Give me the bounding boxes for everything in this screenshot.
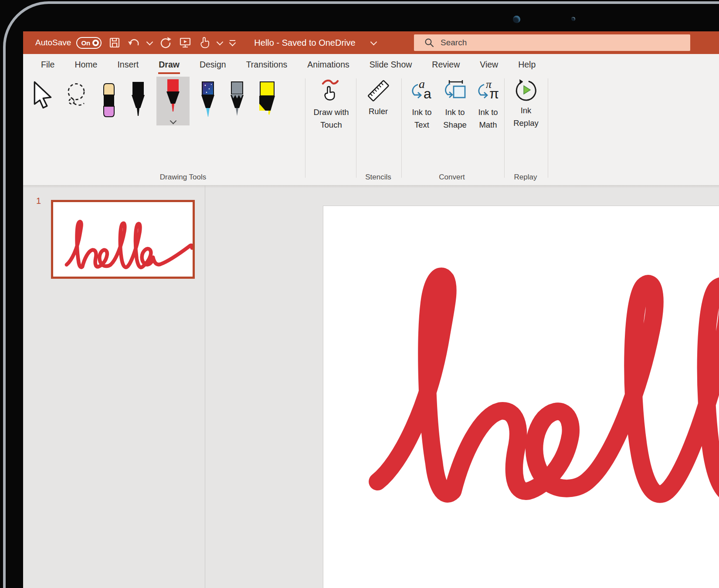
toggle-knob-icon: [92, 40, 99, 46]
workspace: 1: [23, 186, 719, 588]
device-photo: AutoSave On: [0, 0, 719, 588]
tab-draw[interactable]: Draw: [149, 54, 190, 75]
touch-mouse-mode-icon: [199, 37, 210, 49]
ink-to-math-button[interactable]: π π Ink to Math: [472, 78, 504, 131]
galaxy-pen-icon: [198, 81, 218, 123]
tab-animations[interactable]: Animations: [297, 54, 359, 75]
draw-with-touch-button[interactable]: Draw with Touch: [309, 78, 354, 131]
camera-icon: [513, 16, 520, 23]
slide-thumbnail[interactable]: [51, 200, 195, 279]
ink-to-text-label: Ink to Text: [408, 106, 436, 131]
eraser-icon: [99, 81, 119, 123]
autosave-control: AutoSave On: [35, 37, 102, 49]
lasso-select-icon: [64, 81, 90, 110]
tab-design[interactable]: Design: [190, 54, 236, 75]
eraser-tool-button[interactable]: [98, 79, 120, 125]
pencil-tool-button[interactable]: [226, 79, 248, 125]
tab-label: Help: [518, 60, 536, 70]
ruler-label: Ruler: [369, 105, 388, 118]
undo-button[interactable]: [128, 37, 140, 48]
autosave-label: AutoSave: [35, 38, 71, 47]
tab-view[interactable]: View: [470, 54, 508, 75]
lasso-select-button[interactable]: [63, 79, 91, 112]
ink-to-shape-button[interactable]: Ink to Shape: [439, 78, 471, 131]
pencil-icon: [227, 81, 247, 123]
group-separator: [305, 78, 305, 178]
ink-to-shape-label: Ink to Shape: [441, 106, 469, 131]
ribbon-tabs: File Home Insert Draw Design Transitions…: [23, 54, 719, 75]
black-pen-button[interactable]: [127, 79, 149, 125]
highlighter-tool-button[interactable]: [255, 79, 279, 125]
slide-thumbnail-preview: [53, 202, 193, 277]
tab-label: Animations: [307, 60, 349, 70]
select-tool-button[interactable]: [30, 79, 55, 112]
autosave-state: On: [81, 39, 90, 47]
tab-transitions[interactable]: Transitions: [236, 54, 298, 75]
title-dropdown-chevron-icon: [370, 38, 377, 45]
ruler-button[interactable]: Ruler: [357, 78, 399, 118]
replay-group-label: Replay: [514, 173, 537, 182]
redo-button[interactable]: [159, 37, 172, 49]
tab-label: Home: [75, 60, 97, 70]
ink-to-math-label: Ink to Math: [474, 106, 502, 131]
powerpoint-window: AutoSave On: [23, 31, 719, 588]
touch-mouse-mode-button[interactable]: [199, 37, 210, 49]
tab-label: Design: [200, 60, 226, 70]
search-input[interactable]: Search: [414, 34, 690, 51]
document-title: Hello - Saved to OneDrive: [254, 38, 355, 48]
touch-mode-dropdown-chevron-icon[interactable]: [217, 38, 224, 45]
tab-insert[interactable]: Insert: [107, 54, 149, 75]
tab-help[interactable]: Help: [508, 54, 546, 75]
tab-slide-show[interactable]: Slide Show: [360, 54, 422, 75]
slide-canvas[interactable]: [323, 206, 719, 588]
ink-replay-label: Ink Replay: [511, 104, 541, 129]
group-separator: [356, 78, 356, 178]
slide-thumbnails-panel: 1: [23, 186, 205, 588]
svg-text:a: a: [424, 86, 431, 101]
thumbnail-ink-hello: [64, 202, 193, 277]
red-pen-button-selected[interactable]: [156, 77, 190, 125]
pen-options-chevron-icon[interactable]: [170, 118, 176, 125]
tab-label: Slide Show: [370, 60, 412, 70]
search-placeholder: Search: [441, 38, 467, 47]
canvas-ink-hello: [363, 206, 719, 571]
tab-label: Review: [432, 60, 460, 70]
red-pen-icon: [163, 79, 183, 117]
drawing-tools-group: [30, 79, 279, 125]
highlighter-icon: [256, 81, 278, 123]
slide-number: 1: [36, 196, 41, 206]
tab-label: File: [41, 60, 54, 70]
tab-label: Insert: [117, 60, 139, 70]
document-title-area[interactable]: Hello - Saved to OneDrive: [224, 38, 407, 48]
select-cursor-icon: [31, 81, 54, 110]
group-separator: [548, 78, 548, 178]
galaxy-pen-button[interactable]: [197, 79, 219, 125]
group-separator: [401, 78, 402, 178]
black-pen-icon: [128, 81, 148, 123]
group-separator: [504, 78, 505, 178]
autosave-toggle[interactable]: On: [76, 37, 102, 49]
camera-led-icon: [571, 17, 575, 21]
draw-with-touch-label: Draw with Touch: [311, 106, 351, 131]
ink-replay-button[interactable]: Ink Replay: [507, 78, 545, 129]
save-icon: [109, 37, 120, 48]
drawing-tools-group-label: Drawing Tools: [160, 173, 206, 182]
tab-home[interactable]: Home: [64, 54, 107, 75]
tab-label: Draw: [159, 60, 180, 70]
ink-to-text-button[interactable]: a a Ink to Text: [406, 78, 438, 131]
ruler-icon: [366, 78, 390, 103]
ink-to-shape-icon: [442, 78, 468, 104]
save-button[interactable]: [109, 37, 120, 48]
tab-file[interactable]: File: [31, 54, 64, 75]
editing-area: [205, 186, 719, 588]
tab-label: Transitions: [246, 60, 288, 70]
svg-text:π: π: [489, 86, 499, 101]
search-icon: [424, 38, 434, 47]
undo-dropdown-chevron-icon[interactable]: [146, 38, 153, 45]
stencils-group-label: Stencils: [365, 173, 391, 182]
ink-to-text-icon: a a: [409, 78, 434, 104]
tab-review[interactable]: Review: [422, 54, 470, 75]
tab-label: View: [480, 60, 498, 70]
start-slideshow-button[interactable]: [179, 37, 191, 49]
title-bar: AutoSave On: [23, 31, 719, 54]
